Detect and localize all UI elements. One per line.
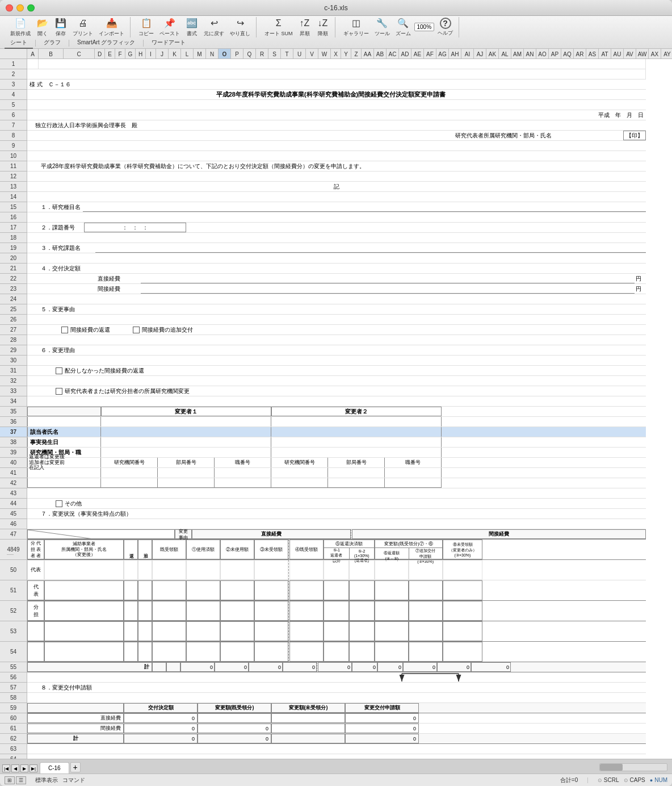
col-header-AR[interactable]: AR <box>574 49 586 58</box>
col-header-AH[interactable]: AH <box>449 49 461 58</box>
checkbox-reason2[interactable] <box>56 388 62 395</box>
print-button[interactable]: 🖨 プリント <box>70 16 95 39</box>
col-header-H[interactable]: H <box>136 49 146 58</box>
save-button[interactable]: 💾 保存 <box>52 16 69 39</box>
col-header-AD[interactable]: AD <box>399 49 411 58</box>
checkbox-add[interactable] <box>133 327 140 333</box>
col-header-R[interactable]: R <box>256 49 268 58</box>
close-button[interactable] <box>6 4 13 11</box>
col-header-AU[interactable]: AU <box>611 49 624 58</box>
nav-last[interactable]: ▶| <box>30 764 37 772</box>
col-header-B[interactable]: B <box>39 49 64 58</box>
checkbox-reason1[interactable] <box>56 367 62 374</box>
nav-next[interactable]: ▶ <box>20 764 28 772</box>
col-header-I[interactable]: I <box>146 49 156 58</box>
col-header-AA[interactable]: AA <box>362 49 374 58</box>
col-header-AI[interactable]: AI <box>461 49 474 58</box>
minimize-button[interactable] <box>16 4 24 11</box>
col-header-G[interactable]: G <box>125 49 136 58</box>
col-header-AY[interactable]: AY <box>661 49 672 58</box>
list-view-button[interactable]: ☰ <box>16 776 26 784</box>
nav-first[interactable]: |◀ <box>2 764 10 772</box>
col-header-M[interactable]: M <box>194 49 206 58</box>
help-button[interactable]: ? ヘルプ <box>435 16 455 38</box>
col-header-O[interactable]: O <box>219 49 231 58</box>
cell-1-A[interactable] <box>27 59 39 69</box>
undo-button[interactable]: ↩ 元に戻す <box>201 16 226 39</box>
tab-graph[interactable]: グラフ <box>38 37 66 49</box>
checkbox-return[interactable] <box>61 327 68 333</box>
grid-view-button[interactable]: ⊞ <box>5 776 15 784</box>
autosum-button[interactable]: Σ オート SUM <box>262 16 295 39</box>
cell-4-A[interactable] <box>27 90 73 99</box>
tab-sheet[interactable]: シート <box>5 37 33 49</box>
col-header-AB[interactable]: AB <box>374 49 387 58</box>
col-header-J[interactable]: J <box>156 49 169 58</box>
add-sheet-button[interactable]: + <box>70 762 81 772</box>
col-header-T[interactable]: T <box>281 49 293 58</box>
tab-smartart[interactable]: SmartArt グラフィック <box>72 37 141 49</box>
col-header-AM[interactable]: AM <box>511 49 524 58</box>
col-header-C[interactable]: C <box>64 49 95 58</box>
zoom-value[interactable]: 100% <box>414 23 435 31</box>
cell-6-A[interactable] <box>27 110 532 120</box>
col-header-Y[interactable]: Y <box>341 49 351 58</box>
col-header-X[interactable]: X <box>331 49 341 58</box>
sheet-tab-c16[interactable]: C-16 <box>40 762 69 774</box>
col-header-AE[interactable]: AE <box>411 49 424 58</box>
col-header-AQ[interactable]: AQ <box>561 49 574 58</box>
col-header-E[interactable]: E <box>105 49 115 58</box>
col-header-AL[interactable]: AL <box>499 49 511 58</box>
col-header-Z[interactable]: Z <box>351 49 362 58</box>
col-header-AX[interactable]: AX <box>649 49 661 58</box>
cell-4-Z[interactable] <box>589 90 646 99</box>
col-header-S[interactable]: S <box>268 49 281 58</box>
nav-prev[interactable]: ◀ <box>11 764 19 772</box>
zoom-button[interactable]: 🔍 ズーム <box>393 16 413 39</box>
paste-button[interactable]: 📌 ペースト <box>157 16 182 39</box>
maximize-button[interactable] <box>27 4 35 11</box>
col-header-U[interactable]: U <box>293 49 306 58</box>
tab-wordart[interactable]: ワードアート <box>146 37 191 49</box>
import-button[interactable]: 📥 インポート <box>96 16 127 39</box>
col-header-AJ[interactable]: AJ <box>474 49 486 58</box>
tools-button[interactable]: 🔧 ツール <box>372 16 392 39</box>
issue-number-field[interactable]: ：：： <box>84 223 186 232</box>
cell-3-rest[interactable] <box>101 80 646 89</box>
h-scrollbar[interactable] <box>599 763 667 771</box>
col-header-AV[interactable]: AV <box>624 49 636 58</box>
col-header-K[interactable]: K <box>169 49 181 58</box>
sort-asc-button[interactable]: ↑Z 昇順 <box>296 16 313 39</box>
col-header-F[interactable]: F <box>115 49 125 58</box>
checkbox-other[interactable] <box>56 500 62 507</box>
h-scrollbar-thumb[interactable] <box>600 764 623 771</box>
col-header-W[interactable]: W <box>318 49 331 58</box>
col-header-L[interactable]: L <box>181 49 194 58</box>
col-header-AK[interactable]: AK <box>486 49 499 58</box>
col-header-AO[interactable]: AO <box>536 49 549 58</box>
col-header-AF[interactable]: AF <box>424 49 436 58</box>
col-header-AC[interactable]: AC <box>387 49 399 58</box>
sort-desc-button[interactable]: ↓Z 降順 <box>314 16 331 39</box>
format-button[interactable]: 🔤 書式 <box>183 16 200 39</box>
col-header-V[interactable]: V <box>306 49 318 58</box>
redo-button[interactable]: ↪ やり直し <box>228 16 253 39</box>
col-header-AP[interactable]: AP <box>549 49 561 58</box>
col-header-AN[interactable]: AN <box>524 49 536 58</box>
new-button[interactable]: 📄 新規作成 <box>8 16 33 39</box>
gallery-button[interactable]: ◫ ギャラリー <box>341 16 371 39</box>
open-button[interactable]: 📂 開く <box>34 16 51 39</box>
col-header-AT[interactable]: AT <box>599 49 611 58</box>
cell-2[interactable] <box>27 69 646 79</box>
copy-button[interactable]: 📋 コピー <box>136 16 156 39</box>
col-header-AG[interactable]: AG <box>436 49 449 58</box>
col-header-AS[interactable]: AS <box>586 49 599 58</box>
col-header-A[interactable]: A <box>27 49 39 58</box>
col-header-D[interactable]: D <box>95 49 105 58</box>
col-header-Q[interactable]: Q <box>243 49 256 58</box>
grid-content[interactable]: 様 式 Ｃ－１６ 平成28年度科学研究費助成事業(科学研究費補助金)間接経費交付… <box>27 59 672 759</box>
col-header-P[interactable]: P <box>231 49 243 58</box>
col-header-AW[interactable]: AW <box>636 49 649 58</box>
col-header-N[interactable]: N <box>206 49 219 58</box>
cell-1-rest[interactable] <box>39 59 646 69</box>
